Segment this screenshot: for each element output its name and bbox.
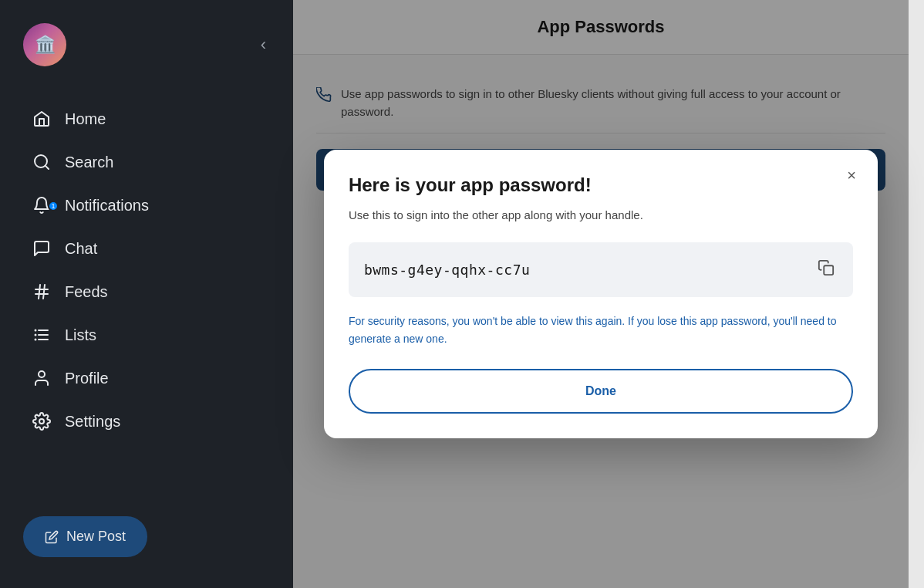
- sidebar-item-label: Feeds: [65, 283, 108, 301]
- search-icon: [31, 151, 52, 173]
- sidebar-item-label: Settings: [65, 413, 120, 431]
- sidebar-item-home[interactable]: Home: [23, 97, 270, 140]
- svg-point-8: [35, 339, 37, 341]
- sidebar-item-feeds[interactable]: Feeds: [23, 270, 270, 313]
- svg-line-1: [46, 166, 49, 169]
- chat-icon: [31, 238, 52, 259]
- svg-rect-14: [824, 266, 833, 275]
- sidebar-item-label: Home: [65, 110, 106, 128]
- lists-icon: [31, 324, 52, 346]
- sidebar-nav: Home Search 1 Notifications: [23, 97, 270, 443]
- copy-password-button[interactable]: [814, 256, 838, 283]
- modal-close-button[interactable]: ×: [839, 164, 864, 188]
- copy-icon: [818, 259, 835, 276]
- main-content: App Passwords Use app passwords to sign …: [293, 0, 909, 588]
- password-display-box: bwms-g4ey-qqhx-cc7u: [349, 242, 853, 297]
- close-icon: ×: [847, 167, 856, 184]
- modal-overlay[interactable]: × Here is your app password! Use this to…: [293, 0, 909, 588]
- done-button[interactable]: Done: [349, 369, 853, 414]
- profile-icon: [31, 367, 52, 389]
- avatar[interactable]: 🏛️: [23, 23, 66, 66]
- edit-icon: [45, 530, 59, 544]
- hash-icon: [31, 281, 52, 302]
- svg-point-12: [39, 371, 45, 377]
- password-text: bwms-g4ey-qqhx-cc7u: [364, 262, 530, 278]
- bell-icon: 1: [31, 194, 52, 216]
- sidebar-item-label: Chat: [65, 240, 97, 258]
- sidebar-item-notifications[interactable]: 1 Notifications: [23, 184, 270, 227]
- right-panel: [909, 0, 924, 588]
- sidebar-item-label: Profile: [65, 370, 109, 387]
- svg-line-5: [43, 285, 45, 299]
- svg-point-6: [35, 329, 37, 332]
- sidebar: 🏛️ ‹ Home Search: [0, 0, 293, 588]
- sidebar-item-label: Lists: [65, 326, 96, 344]
- sidebar-item-label: Notifications: [65, 197, 149, 215]
- sidebar-item-chat[interactable]: Chat: [23, 227, 270, 270]
- new-post-button[interactable]: New Post: [23, 516, 147, 557]
- notification-badge: 1: [48, 201, 59, 211]
- home-icon: [31, 108, 52, 130]
- back-button[interactable]: ‹: [257, 31, 270, 59]
- sidebar-item-search[interactable]: Search: [23, 140, 270, 184]
- app-password-modal: × Here is your app password! Use this to…: [324, 150, 878, 438]
- sidebar-item-label: Search: [65, 154, 113, 171]
- settings-icon: [31, 411, 52, 432]
- security-warning: For security reasons, you won't be able …: [349, 313, 853, 347]
- modal-title: Here is your app password!: [349, 174, 853, 196]
- sidebar-item-profile[interactable]: Profile: [23, 357, 270, 400]
- sidebar-item-lists[interactable]: Lists: [23, 313, 270, 357]
- new-post-label: New Post: [66, 529, 126, 545]
- sidebar-item-settings[interactable]: Settings: [23, 400, 270, 443]
- modal-subtitle: Use this to sign into the other app alon…: [349, 207, 853, 225]
- svg-point-13: [39, 419, 44, 424]
- sidebar-header: 🏛️ ‹: [23, 15, 270, 74]
- svg-line-4: [39, 285, 40, 299]
- svg-point-7: [35, 334, 37, 336]
